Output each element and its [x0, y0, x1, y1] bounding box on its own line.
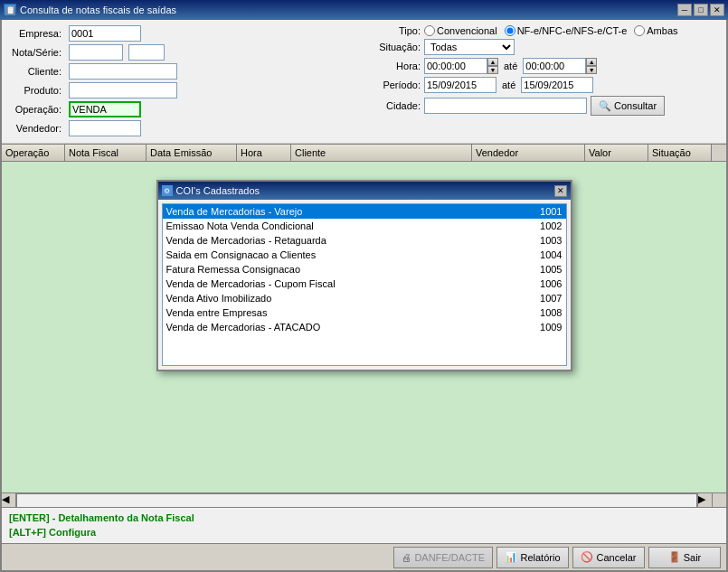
coi-item-name: Venda de Mercadorias - Cupom Fiscal: [166, 278, 336, 289]
tipo-nfe[interactable]: NF-e/NFC-e/NFS-e/CT-e: [505, 25, 628, 36]
serie-input[interactable]: [128, 44, 165, 61]
th-valor[interactable]: Valor: [585, 145, 648, 161]
coi-item-code: 1008: [526, 307, 563, 318]
hora-to-input[interactable]: [523, 58, 586, 74]
title-bar-buttons: ─ □ ✕: [677, 4, 724, 16]
tipo-nfe-radio[interactable]: [505, 25, 515, 36]
hora-to-down[interactable]: ▼: [586, 66, 597, 74]
coi-item-name: Emissao Nota Venda Condicional: [166, 220, 314, 231]
tipo-label: Tipo:: [371, 25, 421, 36]
th-cliente[interactable]: Cliente: [291, 145, 472, 161]
sair-button[interactable]: 🚪 Sair: [648, 547, 721, 568]
cidade-row: Cidade: 🔍 Consultar: [371, 96, 719, 116]
produto-label: Produto:: [9, 85, 63, 96]
coi-item-name: Venda entre Empresas: [166, 307, 268, 318]
periodo-row: Período: até: [371, 77, 719, 93]
title-bar: 📋 Consulta de notas fiscais de saídas ─ …: [0, 0, 728, 20]
hora-from-input[interactable]: [424, 58, 487, 74]
produto-row: Produto:: [9, 82, 353, 98]
scroll-right-btn[interactable]: ▶: [697, 493, 712, 508]
cancelar-button[interactable]: 🚫 Cancelar: [572, 547, 645, 568]
form-right-column: Tipo: Convencional NF-e/NFC-e/NFS-e/CT-e: [371, 25, 719, 139]
maximize-button[interactable]: □: [694, 4, 708, 16]
tipo-radio-group: Convencional NF-e/NFC-e/NFS-e/CT-e Ambas: [424, 25, 678, 36]
consultar-button[interactable]: 🔍 Consultar: [591, 96, 665, 116]
coi-item-code: 1005: [526, 264, 563, 275]
hora-from-down[interactable]: ▼: [487, 66, 498, 74]
coi-list-item[interactable]: Saida em Consignacao a Clientes1004: [163, 248, 566, 262]
tipo-nfe-label: NF-e/NFC-e/NFS-e/CT-e: [517, 25, 628, 36]
th-nota-fiscal[interactable]: Nota Fiscal: [65, 145, 147, 161]
close-button[interactable]: ✕: [710, 4, 724, 16]
operacao-row: Operação:: [9, 101, 353, 117]
nota-input[interactable]: [69, 44, 123, 61]
empresa-input[interactable]: [69, 25, 141, 42]
modal-close-button[interactable]: ✕: [554, 185, 567, 197]
situacao-select[interactable]: Todas Ativa Cancelada: [424, 39, 515, 55]
minimize-button[interactable]: ─: [677, 4, 692, 16]
status-bar: [ENTER] - Detalhamento da Nota Fiscal [A…: [2, 507, 726, 543]
periodo-from-input[interactable]: [424, 77, 496, 93]
tipo-row: Tipo: Convencional NF-e/NFC-e/NFS-e/CT-e: [371, 25, 719, 36]
periodo-ate-text: até: [500, 80, 517, 90]
tipo-convencional-radio[interactable]: [424, 25, 435, 36]
produto-input[interactable]: [69, 82, 177, 98]
danfe-label: DANFE/DACTE: [414, 552, 485, 563]
coi-list[interactable]: Venda de Mercadorias - Varejo1001Emissao…: [162, 203, 567, 366]
table-body: ⚙ COI's Cadastrados ✕ Venda de Mercadori…: [2, 162, 726, 492]
periodo-to-input[interactable]: [521, 77, 593, 93]
coi-list-item[interactable]: Venda de Mercadorias - Varejo1001: [163, 204, 566, 219]
hora-row: Hora: ▲ ▼ até ▲: [371, 58, 719, 74]
coi-list-item[interactable]: Fatura Remessa Consignacao1005: [163, 262, 566, 277]
cliente-input[interactable]: [69, 63, 177, 80]
empresa-label: Empresa:: [9, 28, 63, 39]
danfe-button[interactable]: 🖨 DANFE/DACTE: [393, 547, 493, 568]
tipo-convencional-label: Convencional: [437, 25, 497, 36]
nota-row: Nota/Série:: [9, 44, 353, 61]
hora-to-up[interactable]: ▲: [586, 58, 597, 66]
tipo-ambas[interactable]: Ambas: [634, 25, 677, 36]
bottom-scrollbar[interactable]: ◀ ▶: [2, 492, 726, 507]
table-header: Operação Nota Fiscal Data Emissão Hora C…: [2, 144, 726, 162]
relatorio-button[interactable]: 📊 Relatório: [496, 547, 569, 568]
tipo-convencional[interactable]: Convencional: [424, 25, 497, 36]
status-line1: [ENTER] - Detalhamento da Nota Fiscal: [9, 511, 719, 525]
hora-ate-text: até: [502, 61, 519, 71]
coi-list-item[interactable]: Venda de Mercadorias - ATACADO1009: [163, 320, 566, 334]
footer-buttons: 🖨 DANFE/DACTE 📊 Relatório 🚫 Cancelar 🚪 S…: [2, 543, 726, 570]
vertical-scroll-btn[interactable]: [712, 493, 726, 508]
coi-list-item[interactable]: Venda entre Empresas1008: [163, 305, 566, 320]
hora-label: Hora:: [371, 61, 421, 71]
th-operacao[interactable]: Operação: [2, 145, 65, 161]
cliente-row: Cliente:: [9, 63, 353, 80]
status-text: [ENTER] - Detalhamento da Nota Fiscal [A…: [9, 511, 719, 539]
coi-modal: ⚙ COI's Cadastrados ✕ Venda de Mercadori…: [156, 180, 572, 371]
cidade-input[interactable]: [424, 98, 587, 114]
modal-title-left: ⚙ COI's Cadastrados: [162, 185, 260, 196]
tipo-ambas-radio[interactable]: [634, 25, 645, 36]
operacao-input[interactable]: [69, 101, 141, 117]
hora-from-up[interactable]: ▲: [487, 58, 498, 66]
coi-list-item[interactable]: Venda Ativo Imobilizado1007: [163, 291, 566, 305]
th-hora[interactable]: Hora: [237, 145, 291, 161]
window-body: Empresa: Nota/Série: Cliente: Produto:: [0, 20, 728, 572]
th-situacao[interactable]: Situação: [648, 145, 712, 161]
vendedor-row: Vendedor:: [9, 120, 353, 136]
sair-label: Sair: [684, 552, 702, 563]
coi-list-item[interactable]: Venda de Mercadorias - Cupom Fiscal1006: [163, 277, 566, 291]
th-data-emissao[interactable]: Data Emissão: [147, 145, 237, 161]
coi-item-name: Venda de Mercadorias - Varejo: [166, 206, 303, 217]
vendedor-input[interactable]: [69, 120, 141, 136]
hora-from-spinner: ▲ ▼: [424, 58, 498, 74]
coi-item-code: 1004: [526, 249, 563, 260]
tipo-ambas-label: Ambas: [647, 25, 677, 36]
th-vendedor[interactable]: Vendedor: [472, 145, 585, 161]
horizontal-scrollbar-track[interactable]: [16, 493, 697, 508]
relatorio-label: Relatório: [520, 552, 560, 563]
situacao-label: Situação:: [371, 42, 421, 52]
coi-list-item[interactable]: Emissao Nota Venda Condicional1002: [163, 219, 566, 233]
modal-title-text: COI's Cadastrados: [176, 185, 260, 196]
scroll-left-btn[interactable]: ◀: [2, 493, 16, 508]
coi-item-code: 1001: [526, 206, 563, 217]
coi-list-item[interactable]: Venda de Mercadorias - Retaguarda1003: [163, 233, 566, 248]
